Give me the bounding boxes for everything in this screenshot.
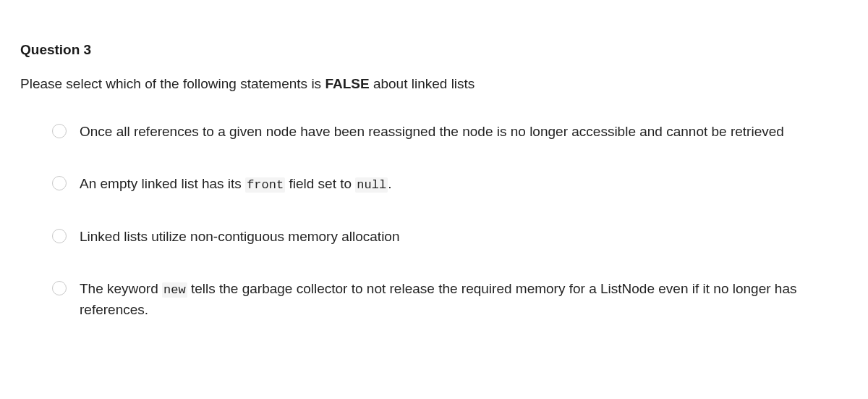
options-list: Once all references to a given node have… [20, 122, 848, 321]
option-b-pre: An empty linked list has its [80, 176, 245, 191]
prompt-emphasis: FALSE [325, 76, 369, 91]
option-b-post: . [388, 176, 391, 191]
option-a[interactable]: Once all references to a given node have… [52, 122, 848, 143]
radio-a[interactable] [52, 124, 67, 138]
option-b-text: An empty linked list has its front field… [80, 174, 391, 195]
option-d-text: The keyword new tells the garbage collec… [80, 279, 810, 320]
radio-c[interactable] [52, 229, 67, 243]
radio-d[interactable] [52, 281, 67, 295]
option-b-code-null: null [355, 177, 388, 193]
option-b[interactable]: An empty linked list has its front field… [52, 174, 848, 195]
option-c[interactable]: Linked lists utilize non-contiguous memo… [52, 227, 848, 248]
option-d-post: tells the garbage collector to not relea… [80, 281, 796, 317]
question-block: Question 3 Please select which of the fo… [0, 0, 868, 349]
option-c-text: Linked lists utilize non-contiguous memo… [80, 227, 400, 248]
question-heading: Question 3 [20, 42, 848, 58]
option-b-mid: field set to [285, 176, 355, 191]
question-prompt: Please select which of the following sta… [20, 74, 848, 94]
radio-b[interactable] [52, 176, 67, 190]
option-d-pre: The keyword [80, 281, 162, 296]
option-b-code-front: front [245, 177, 285, 193]
prompt-post: about linked lists [370, 76, 475, 91]
prompt-pre: Please select which of the following sta… [20, 76, 325, 91]
option-d-code-new: new [162, 282, 187, 298]
option-d[interactable]: The keyword new tells the garbage collec… [52, 279, 848, 320]
option-a-text: Once all references to a given node have… [80, 122, 784, 143]
